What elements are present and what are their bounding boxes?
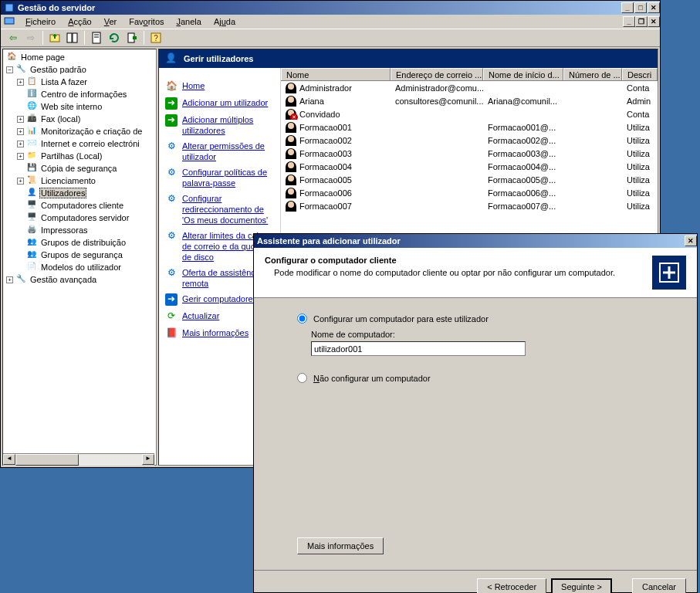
table-row[interactable]: Formacao007Formacao007@...Utiliza: [281, 199, 658, 212]
arrow-icon: ➜: [165, 293, 178, 306]
tree-lista-a-fazer[interactable]: +📋Lista A fazer: [5, 76, 154, 88]
tree-gestao-avancada[interactable]: +🔧Gestão avançada: [5, 273, 154, 286]
radio-no-configure-input[interactable]: [297, 373, 307, 383]
menu-accao[interactable]: Acção: [62, 15, 98, 28]
mdi-close-button[interactable]: ✕: [648, 16, 660, 27]
dialog-title: Configurar o computador cliente: [265, 256, 644, 265]
maximize-button[interactable]: □: [634, 2, 647, 13]
more-info-button[interactable]: Mais informações: [297, 537, 384, 554]
expand-icon[interactable]: +: [17, 79, 24, 86]
back-button[interactable]: ⇦: [5, 30, 21, 46]
svg-rect-4: [73, 33, 77, 42]
export-button[interactable]: [124, 30, 140, 46]
col-email[interactable]: Endereço de correio ...: [391, 68, 483, 80]
tree-partilhas[interactable]: +📁Partilhas (Local): [5, 150, 154, 162]
menu-ajuda[interactable]: Ajuda: [208, 15, 242, 28]
col-numero[interactable]: Número de ...: [563, 68, 622, 80]
cell-nome: Formacao001: [299, 123, 352, 132]
scroll-left-button[interactable]: ◄: [3, 454, 15, 465]
col-login[interactable]: Nome de início d...: [483, 68, 563, 80]
task-add-multi[interactable]: ➜Adicionar múltiplos utilizadores: [165, 114, 274, 136]
menu-janela[interactable]: Janela: [171, 15, 208, 28]
tree-computadores-servidor[interactable]: 🖥️Computadores servidor: [5, 212, 154, 224]
task-config-pass[interactable]: ⚙Configurar políticas de palavra-passe: [165, 167, 274, 188]
tree-internet-correio[interactable]: +✉️Internet e correio electróni: [5, 137, 154, 150]
tree-grupos-seguranca[interactable]: 👥Grupos de segurança: [5, 249, 154, 261]
tree-panel[interactable]: 🏠Home page −🔧Gestão padrão +📋Lista A faz…: [2, 49, 157, 466]
license-icon: 📜: [26, 175, 37, 186]
forward-button[interactable]: ⇨: [23, 30, 39, 46]
scroll-right-button[interactable]: ►: [142, 454, 154, 465]
close-button[interactable]: ✕: [648, 2, 660, 13]
table-row[interactable]: Formacao006Formacao006@...Utiliza: [281, 186, 658, 199]
task-add-user[interactable]: ➜Adicionar um utilizador: [165, 97, 274, 110]
expand-icon[interactable]: +: [17, 178, 24, 185]
task-change-perms[interactable]: ⚙Alterar permissões de utilizador: [165, 141, 274, 162]
radio-configure[interactable]: Configurar um computador para este utili…: [297, 313, 654, 324]
tree-centro-info[interactable]: ℹ️Centro de informações: [5, 88, 154, 100]
tree-monitorizacao[interactable]: +📊Monitorização e criação de: [5, 125, 154, 137]
next-button[interactable]: Seguinte >: [551, 578, 612, 593]
radio-no-configure[interactable]: Não configurar um computador: [297, 373, 654, 383]
fax-icon: 📠: [26, 114, 37, 124]
tree-utilizadores[interactable]: 👤Utilizadores: [5, 187, 154, 199]
table-row[interactable]: Formacao001Formacao001@...Utiliza: [281, 120, 658, 134]
table-row[interactable]: Formacao004Formacao004@...Utiliza: [281, 160, 658, 173]
menu-ficheiro[interactable]: Ficheiro: [19, 15, 62, 28]
tree-modelos-utilizador[interactable]: 📄Modelos do utilizador: [5, 261, 154, 273]
tree-fax[interactable]: +📠Fax (local): [5, 113, 154, 125]
tree-grupos-distribuicao[interactable]: 👥Grupos de distribuição: [5, 236, 154, 249]
dialog-footer: < Retroceder Seguinte > Cancelar: [254, 570, 697, 593]
cancel-button[interactable]: Cancelar: [632, 578, 686, 593]
up-button[interactable]: [47, 30, 63, 46]
table-row[interactable]: Arianaconsultores@comunil...Ariana@comun…: [281, 94, 658, 107]
tree-web-site[interactable]: 🌐Web site interno: [5, 100, 154, 113]
table-row[interactable]: AdministradorAdministrador@comu...Conta: [281, 81, 658, 94]
advanced-icon: 🔧: [15, 274, 26, 285]
back-button[interactable]: < Retroceder: [477, 578, 546, 593]
main-titlebar: Gestão do servidor _ □ ✕: [1, 1, 660, 15]
table-row[interactable]: Formacao003Formacao003@...Utiliza: [281, 147, 658, 160]
task-home[interactable]: 🏠Home: [165, 80, 274, 93]
tree-gestao-padrao[interactable]: −🔧Gestão padrão: [5, 63, 154, 76]
properties-button[interactable]: [89, 30, 104, 46]
tree-copia-seguranca[interactable]: 💾Cópia de segurança: [5, 162, 154, 175]
expand-icon[interactable]: +: [17, 153, 24, 160]
task-config-redir[interactable]: ⚙Configurar redireccionamento de 'Os meu…: [165, 193, 274, 225]
expand-icon[interactable]: +: [17, 116, 24, 123]
table-row[interactable]: Formacao002Formacao002@...Utiliza: [281, 134, 658, 147]
list-icon: 📋: [26, 76, 37, 87]
toolbar-separator: [84, 31, 85, 45]
template-icon: 📄: [26, 262, 37, 273]
col-descri[interactable]: Descri: [622, 68, 658, 80]
toolbar-separator: [144, 31, 144, 45]
help-button[interactable]: ?: [148, 30, 164, 46]
expand-icon[interactable]: +: [17, 128, 24, 135]
add-icon: ➜: [165, 97, 178, 110]
table-row[interactable]: ConvidadoConta: [281, 107, 658, 120]
tree-impressoras[interactable]: 🖨️Impressoras: [5, 224, 154, 236]
tree-scrollbar[interactable]: ◄ ►: [3, 453, 154, 466]
menu-ver[interactable]: Ver: [98, 15, 123, 28]
expand-icon[interactable]: +: [6, 276, 13, 283]
tree-licenciamento[interactable]: +📜Licenciamento: [5, 175, 154, 187]
collapse-icon[interactable]: −: [6, 66, 13, 73]
expand-icon[interactable]: +: [17, 141, 24, 147]
mdi-minimize-button[interactable]: _: [623, 16, 635, 27]
cell-login: Formacao003@...: [483, 149, 563, 158]
show-hide-button[interactable]: [65, 30, 80, 46]
minimize-button[interactable]: _: [621, 2, 634, 13]
refresh-button[interactable]: [107, 30, 122, 46]
toolbar: ⇦ ⇨ ?: [1, 29, 660, 47]
radio-configure-input[interactable]: [297, 313, 307, 324]
dialog-close-button[interactable]: ✕: [685, 236, 697, 246]
mdi-restore-button[interactable]: ❐: [635, 16, 648, 27]
user-icon: [286, 96, 296, 107]
table-row[interactable]: Formacao005Formacao005@...Utiliza: [281, 173, 658, 186]
computer-name-input[interactable]: [311, 341, 526, 356]
menu-favoritos[interactable]: Favoritos: [123, 15, 170, 28]
tree-home[interactable]: 🏠Home page: [5, 51, 154, 63]
tree-computadores-cliente[interactable]: 🖥️Computadores cliente: [5, 199, 154, 212]
scroll-thumb[interactable]: [15, 454, 79, 466]
col-nome[interactable]: Nome: [281, 68, 391, 80]
